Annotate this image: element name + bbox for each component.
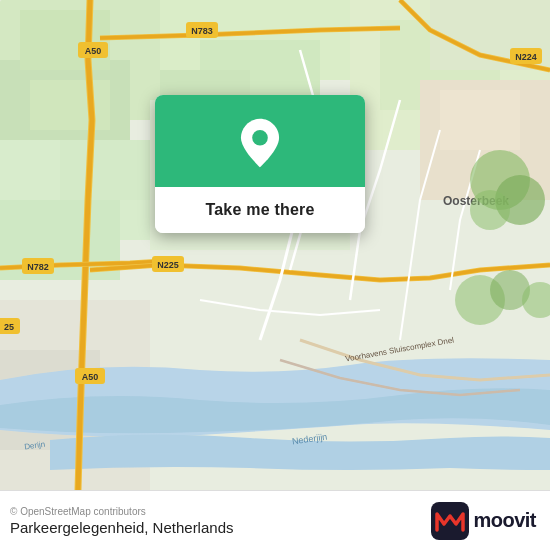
footer-info: © OpenStreetMap contributors Parkeergele… — [10, 506, 233, 536]
svg-point-40 — [470, 190, 510, 230]
map-svg: A50 A50 N783 N224 N782 N225 25 Oosterbee… — [0, 0, 550, 490]
svg-text:N224: N224 — [515, 52, 537, 62]
svg-rect-7 — [60, 140, 160, 200]
svg-rect-15 — [440, 90, 520, 150]
popup-header — [155, 95, 365, 187]
location-pin-icon — [234, 117, 286, 169]
svg-rect-3 — [20, 10, 110, 70]
svg-text:A50: A50 — [85, 46, 102, 56]
svg-text:N225: N225 — [157, 260, 179, 270]
map-container: A50 A50 N783 N224 N782 N225 25 Oosterbee… — [0, 0, 550, 490]
location-name: Parkeergelegenheid, Netherlands — [10, 519, 233, 536]
moovit-m-icon — [431, 502, 469, 540]
svg-rect-4 — [30, 80, 110, 130]
svg-text:N782: N782 — [27, 262, 49, 272]
moovit-logo: moovit — [431, 502, 536, 540]
take-me-there-button[interactable]: Take me there — [155, 187, 365, 233]
svg-point-44 — [252, 130, 268, 146]
svg-text:A50: A50 — [82, 372, 99, 382]
moovit-brand-text: moovit — [473, 509, 536, 532]
copyright-text: © OpenStreetMap contributors — [10, 506, 233, 517]
svg-text:N783: N783 — [191, 26, 213, 36]
footer: © OpenStreetMap contributors Parkeergele… — [0, 490, 550, 550]
svg-text:25: 25 — [4, 322, 14, 332]
popup-card: Take me there — [155, 95, 365, 233]
